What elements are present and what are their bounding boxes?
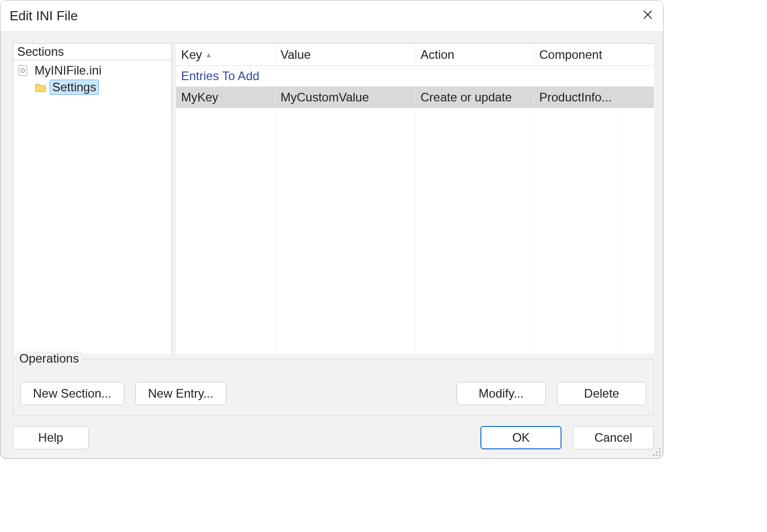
svg-point-2 xyxy=(22,70,24,72)
list-body-blank[interactable] xyxy=(176,108,654,354)
column-header-component-label: Component xyxy=(539,48,602,62)
cell-component: ProductInfo... xyxy=(534,90,654,104)
close-button[interactable] xyxy=(633,1,663,32)
client-area: Sections MyINIFile.ini xyxy=(1,32,663,458)
delete-button[interactable]: Delete xyxy=(557,382,646,405)
help-button[interactable]: Help xyxy=(13,426,89,449)
tree-node-file[interactable]: MyINIFile.ini xyxy=(14,62,171,79)
column-header-component[interactable]: Component xyxy=(534,44,654,65)
new-section-button[interactable]: New Section... xyxy=(20,382,124,405)
dialog-footer: Help OK Cancel xyxy=(13,416,654,449)
column-header-key-label: Key xyxy=(181,48,202,62)
sections-header: Sections xyxy=(13,43,172,60)
dialog-title: Edit INI File xyxy=(10,8,78,24)
titlebar: Edit INI File xyxy=(1,1,663,32)
ini-file-icon xyxy=(17,64,29,77)
close-icon xyxy=(642,8,653,24)
cell-action: Create or update xyxy=(415,90,534,104)
new-entry-button[interactable]: New Entry... xyxy=(135,382,226,405)
resize-grip[interactable] xyxy=(651,447,661,457)
column-header-value[interactable]: Value xyxy=(275,44,415,65)
ok-button[interactable]: OK xyxy=(480,426,562,449)
tree-file-label: MyINIFile.ini xyxy=(32,63,103,78)
column-header-value-label: Value xyxy=(281,48,311,62)
list-header-row: Key ▲ Value Action Component xyxy=(176,44,654,66)
cell-key: MyKey xyxy=(176,90,275,104)
operations-legend: Operations xyxy=(16,351,82,366)
tree-node-section[interactable]: Settings xyxy=(14,79,171,96)
tree-section-label: Settings xyxy=(50,80,99,95)
column-header-key[interactable]: Key ▲ xyxy=(176,44,275,65)
cancel-button[interactable]: Cancel xyxy=(573,426,654,449)
list-group-entries-to-add: Entries To Add xyxy=(176,66,654,87)
modify-button[interactable]: Modify... xyxy=(457,382,546,405)
cell-value: MyCustomValue xyxy=(275,90,415,104)
operations-group: Operations New Section... New Entry... M… xyxy=(13,359,654,416)
entries-list: Key ▲ Value Action Component Entries To … xyxy=(176,43,654,354)
column-header-action[interactable]: Action xyxy=(415,44,534,65)
sections-panel: Sections MyINIFile.ini xyxy=(13,43,172,354)
sort-ascending-icon: ▲ xyxy=(205,51,212,59)
sections-tree[interactable]: MyINIFile.ini Settings xyxy=(13,60,172,354)
column-header-action-label: Action xyxy=(421,48,455,62)
work-area: Sections MyINIFile.ini xyxy=(13,43,654,354)
folder-icon xyxy=(34,81,47,93)
edit-ini-file-dialog: Edit INI File Sections xyxy=(0,0,664,459)
list-row[interactable]: MyKey MyCustomValue Create or update Pro… xyxy=(176,87,654,108)
